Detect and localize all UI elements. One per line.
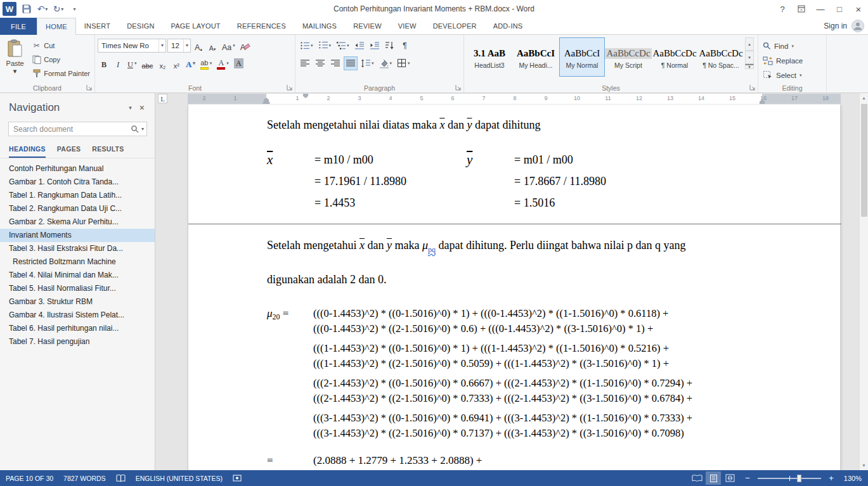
nav-heading-item[interactable]: Contoh Perhitungan Manual	[0, 162, 155, 176]
ribbon-tab[interactable]: VIEW	[390, 18, 425, 34]
paragraph-dialog-launcher[interactable]	[455, 84, 462, 91]
underline-button[interactable]: U▾	[126, 56, 139, 70]
styles-scroll-up-button[interactable]: ▴	[745, 37, 754, 51]
superscript-button[interactable]: x²	[170, 56, 183, 70]
ribbon-tab[interactable]: FILE	[0, 18, 37, 35]
search-input[interactable]	[13, 125, 131, 134]
shrink-font-button[interactable]: A▾	[206, 39, 219, 53]
nav-heading-item[interactable]: Tabel 5. Hasil Normaliasi Fitur...	[0, 282, 155, 295]
ribbon-display-options-button[interactable]	[792, 0, 811, 18]
print-layout-button[interactable]	[706, 471, 721, 485]
zoom-slider[interactable]	[758, 474, 821, 483]
select-button[interactable]: Select▾	[761, 68, 805, 82]
change-case-button[interactable]: Aa▾	[220, 39, 237, 53]
left-indent-marker[interactable]	[263, 102, 270, 104]
nav-heading-item[interactable]: Tabel 7. Hasil pengujian	[0, 335, 155, 349]
document-canvas[interactable]: Setelah mengetahui nilai diatas maka x d…	[155, 105, 859, 470]
nav-heading-item[interactable]: Tabel 2. Rangkuman Data Uji C...	[0, 202, 155, 215]
qat-customize-button[interactable]: ▾	[67, 1, 82, 16]
strikethrough-button[interactable]: abc	[140, 56, 155, 70]
line-spacing-button[interactable]: ▾	[359, 56, 376, 70]
styles-dialog-launcher[interactable]	[749, 84, 756, 91]
proofing-status[interactable]	[116, 475, 126, 482]
align-center-button[interactable]	[313, 56, 327, 70]
zoom-level[interactable]: 130%	[841, 475, 862, 482]
scroll-down-icon[interactable]: ▼	[860, 461, 868, 470]
style-card[interactable]: AaBbCcDc ¶ Normal	[652, 37, 697, 77]
bold-button[interactable]: B	[98, 56, 110, 70]
nav-heading-item[interactable]: Restricted Boltzmann Machine	[0, 255, 155, 269]
italic-button[interactable]: I	[112, 56, 124, 70]
style-card[interactable]: AaBbCcDc My Script	[606, 37, 651, 77]
increase-indent-button[interactable]	[368, 39, 382, 53]
nav-tab[interactable]: HEADINGS	[9, 145, 46, 158]
align-left-button[interactable]	[298, 56, 312, 70]
bullets-button[interactable]: ▾	[298, 39, 315, 53]
font-dialog-launcher[interactable]	[286, 84, 293, 91]
web-layout-button[interactable]	[722, 471, 737, 485]
grow-font-button[interactable]: A▴	[192, 39, 205, 53]
zoom-out-button[interactable]: −	[743, 473, 752, 483]
align-right-button[interactable]	[328, 56, 342, 70]
nav-heading-item[interactable]: Invariant Moments	[0, 229, 155, 242]
save-button[interactable]	[19, 1, 34, 16]
nav-heading-item[interactable]: Gambar 2. Skema Alur Perhitu...	[0, 215, 155, 229]
tab-stop-selector[interactable]: L	[158, 94, 167, 103]
search-icon[interactable]	[131, 125, 139, 133]
styles-more-button[interactable]: ▾	[745, 64, 754, 69]
language-indicator[interactable]: ENGLISH (UNITED STATES)	[136, 475, 223, 482]
page-indicator[interactable]: PAGE 10 OF 30	[6, 475, 53, 482]
style-card[interactable]: AaBbCcI My Normal	[559, 37, 605, 77]
search-options-dropdown-icon[interactable]: ▾	[141, 126, 144, 132]
replace-button[interactable]: Replace	[761, 54, 805, 67]
nav-tab[interactable]: PAGES	[57, 145, 81, 158]
nav-heading-item[interactable]: Gambar 3. Struktur RBM	[0, 295, 155, 309]
shading-button[interactable]: ▾	[377, 56, 394, 70]
nav-heading-item[interactable]: Tabel 3. Hasil Ekstraksi Fitur Da...	[0, 242, 155, 255]
clipboard-dialog-launcher[interactable]	[86, 84, 93, 91]
cut-button[interactable]: ✂Cut	[30, 39, 92, 53]
help-button[interactable]: ?	[773, 0, 792, 18]
highlight-button[interactable]: ab▾	[198, 56, 214, 70]
read-mode-button[interactable]	[689, 471, 704, 485]
nav-heading-item[interactable]: Gambar 1. Contoh Citra Tanda...	[0, 176, 155, 189]
zoom-slider-thumb[interactable]	[797, 475, 801, 482]
nav-heading-item[interactable]: Tabel 4. Nilai Minimal dan Mak...	[0, 269, 155, 282]
styles-scroll-down-button[interactable]: ▾	[745, 51, 754, 64]
undo-button[interactable]: ↶▾	[35, 1, 50, 16]
font-size-combo[interactable]: 12▾	[167, 39, 191, 53]
character-shading-button[interactable]: A	[232, 56, 245, 70]
minimize-button[interactable]: —	[811, 0, 830, 18]
style-card[interactable]: AaBbCcDc ¶ No Spac...	[698, 37, 744, 77]
scroll-up-icon[interactable]: ▲	[860, 93, 868, 103]
ribbon-tab[interactable]: ADD-INS	[485, 18, 531, 34]
style-card[interactable]: 3.1 AaB HeadList3	[467, 37, 512, 77]
ribbon-tab[interactable]: PAGE LAYOUT	[163, 18, 229, 34]
user-avatar-icon[interactable]	[852, 20, 864, 32]
font-family-combo[interactable]: Times New Ro▾	[98, 39, 166, 53]
subscript-button[interactable]: x₂	[156, 56, 169, 70]
justify-button[interactable]	[344, 56, 358, 70]
decrease-indent-button[interactable]	[353, 39, 366, 53]
horizontal-ruler[interactable]: 21123456789101112131415161718	[188, 94, 841, 104]
show-paragraph-marks-button[interactable]: ¶	[398, 39, 412, 53]
nav-tab[interactable]: RESULTS	[92, 145, 124, 158]
paste-button[interactable]: Paste▾	[3, 37, 27, 79]
borders-button[interactable]: ▾	[395, 56, 412, 70]
format-painter-button[interactable]: Format Painter	[30, 67, 92, 80]
document-page[interactable]: Setelah mengetahui nilai diatas maka x d…	[188, 105, 841, 470]
numbering-button[interactable]: ▾	[316, 39, 334, 53]
scrollbar-thumb[interactable]	[861, 104, 867, 217]
sign-in[interactable]: Sign in	[824, 18, 868, 34]
copy-button[interactable]: Copy	[30, 53, 92, 67]
navigation-pane-menu-button[interactable]: ▾	[124, 105, 137, 111]
vertical-scrollbar[interactable]: ▲ ▼	[859, 93, 868, 470]
style-card[interactable]: AaBbCcI My Headi...	[513, 37, 559, 77]
zoom-in-button[interactable]: +	[827, 473, 836, 483]
nav-heading-item[interactable]: Tabel 6. Hasil perhitungan nilai...	[0, 322, 155, 335]
nav-heading-item[interactable]: Gambar 4. Ilustrasi Sistem Pelat...	[0, 309, 155, 322]
close-button[interactable]: ×	[849, 0, 868, 18]
macro-record-button[interactable]	[233, 475, 242, 482]
word-count[interactable]: 7827 WORDS	[63, 475, 106, 482]
sign-in-label[interactable]: Sign in	[824, 22, 847, 30]
